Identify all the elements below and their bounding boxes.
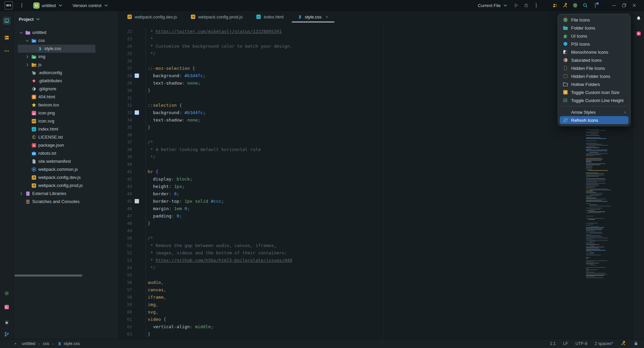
code-line-30[interactable]: 30} — [119, 87, 633, 94]
menu-item-arrow-styles[interactable]: Arrow Styles› — [560, 108, 629, 116]
tree-item-css[interactable]: css — [14, 37, 118, 45]
tree-item-webpack-config-dev-js[interactable]: JSwebpack.config.dev.js — [14, 173, 118, 182]
project-panel-header[interactable]: Project — [14, 15, 118, 23]
breadcrumb-style-css[interactable]: ɜstyle.css — [57, 341, 80, 346]
code-line-23[interactable]: 23 * — [119, 35, 633, 43]
code-line-53[interactable]: 53 * https://github.com/h5bp/html5-boile… — [119, 257, 633, 264]
code-line-37[interactable]: 37/* — [119, 139, 633, 146]
menu-item-toggle-custom-icon-size[interactable]: +Toggle Custom Icon Size — [560, 88, 629, 96]
code-line-29[interactable]: 29 text-shadow: none; — [119, 80, 633, 87]
code-line-31[interactable]: 31 — [119, 94, 633, 102]
menu-item-monochrome-icons[interactable]: Monochrome Icons — [560, 48, 629, 56]
code-line-43[interactable]: 43 height: 1px; — [119, 183, 633, 190]
color-swatch[interactable] — [135, 199, 139, 203]
minimize-button[interactable] — [610, 1, 618, 10]
toolstripe-git-branch-button[interactable] — [3, 330, 11, 338]
tree-item-gitattributes[interactable]: .gitattributes — [14, 77, 118, 85]
code-line-56[interactable]: 56audio, — [119, 279, 633, 286]
menu-item-hidden-folder-icons[interactable]: Hidden Folder Icons — [560, 72, 629, 80]
toolstripe-todo-lamp-button[interactable] — [3, 318, 11, 326]
chevron-down-icon[interactable] — [25, 38, 30, 43]
tab-webpack-config-prod-js[interactable]: JSwebpack.config.prod.js — [184, 11, 249, 22]
close-button[interactable] — [630, 1, 639, 10]
chevron-right-icon[interactable] — [25, 54, 30, 59]
code-line-54[interactable]: 54 */ — [119, 264, 633, 271]
debug-button[interactable] — [522, 1, 531, 10]
tree-item-webpack-config-prod-js[interactable]: JSwebpack.config.prod.js — [14, 182, 118, 190]
maximize-button[interactable] — [620, 1, 629, 10]
statusbar-inspections-widget[interactable] — [620, 341, 626, 347]
color-swatch[interactable] — [135, 73, 139, 78]
toolstripe-ai-assistant-button[interactable] — [635, 30, 643, 38]
code-line-45[interactable]: 45 border-top: 1px solid #ccc; — [119, 198, 633, 205]
tab-webpack-config-dev-js[interactable]: JSwebpack.config.dev.js — [120, 11, 184, 22]
tree-item-site-webmanifest[interactable]: site.webmanifest — [14, 157, 118, 165]
toolstripe-settings-gear-button[interactable] — [3, 289, 11, 297]
tab-style-css[interactable]: ɜstyle.css — [290, 11, 336, 22]
code-viewport[interactable]: 22 * https://twitter.com/miketaylr/statu… — [119, 22, 633, 339]
tree-item-gitignore[interactable]: .gitignore — [14, 85, 118, 93]
tree-item-icon-svg[interactable]: SVGicon.svg — [14, 117, 118, 125]
tree-item-404-html[interactable]: 5404.html — [14, 93, 118, 101]
code-with-me-button[interactable] — [551, 1, 559, 10]
menu-item-psi-icons[interactable]: PSI Icons — [560, 40, 629, 48]
tree-item-js[interactable]: JSjs — [14, 61, 118, 69]
code-line-59[interactable]: 59img, — [119, 301, 633, 308]
ide-settings-button[interactable] — [591, 1, 600, 10]
tree-item-favicon-ico[interactable]: favicon.ico — [14, 101, 118, 109]
tree-item-external-libraries[interactable]: External Libraries — [14, 190, 118, 198]
toolstripe-commit-toolwindow-button[interactable] — [3, 34, 11, 42]
code-line-22[interactable]: 22 * https://twitter.com/miketaylr/statu… — [119, 28, 633, 35]
code-line-50[interactable]: 50/* — [119, 235, 633, 242]
tree-item-untitled[interactable]: untitled — [14, 29, 118, 37]
code-line-27[interactable]: 27::-moz-selection { — [119, 65, 633, 72]
code-line-46[interactable]: 46 margin: 1em 0; — [119, 205, 633, 212]
menu-item-ui-icons[interactable]: UI Icons — [560, 32, 629, 40]
tools-button[interactable] — [561, 1, 569, 10]
statusbar-indent-style[interactable]: 2 spaces* — [595, 341, 613, 346]
breadcrumb-untitled[interactable]: untitled — [22, 341, 35, 346]
code-line-35[interactable]: 35} — [119, 124, 633, 131]
tree-item-img[interactable]: img — [14, 53, 118, 61]
code-line-25[interactable]: 25 */ — [119, 50, 633, 57]
statusbar-file-encoding[interactable]: UTF-8 — [576, 341, 587, 346]
code-line-38[interactable]: 38 * A better looking default horizontal… — [119, 146, 633, 153]
code-line-44[interactable]: 44 border: 0; — [119, 190, 633, 198]
tree-item-webpack-common-js[interactable]: webpack.common.js — [14, 165, 118, 173]
color-swatch[interactable] — [135, 110, 139, 115]
code-line-51[interactable]: 51 * Remove the gap between audio, canva… — [119, 242, 633, 249]
code-line-52[interactable]: 52 * images, videos and the bottom of th… — [119, 249, 633, 257]
code-line-58[interactable]: 58iframe, — [119, 294, 633, 301]
code-line-61[interactable]: 61video { — [119, 316, 633, 323]
atom-material-icons-button[interactable] — [571, 1, 580, 10]
code-line-48[interactable]: 48} — [119, 220, 633, 227]
code-line-28[interactable]: 28 background: #b3d4fc; — [119, 72, 633, 80]
code-line-55[interactable]: 55 — [119, 271, 633, 279]
code-line-42[interactable]: 42 display: block; — [119, 176, 633, 183]
search-everywhere-button[interactable] — [581, 1, 590, 10]
code-line-36[interactable]: 36 — [119, 131, 633, 139]
code-line-49[interactable]: 49 — [119, 227, 633, 235]
run-button[interactable] — [512, 1, 520, 10]
code-line-34[interactable]: 34 text-shadow: none; — [119, 116, 633, 124]
code-line-63[interactable]: 63} — [119, 331, 633, 338]
code-line-32[interactable]: 32::selection { — [119, 102, 633, 109]
menu-item-hidden-file-icons[interactable]: Hidden File Icons — [560, 64, 629, 72]
toolstripe-notifications-bell-button[interactable] — [635, 14, 643, 22]
run-configuration-widget[interactable]: Current File — [475, 2, 510, 9]
chevron-right-icon[interactable] — [25, 62, 30, 67]
menu-item-refresh-icons[interactable]: Refresh Icons — [560, 116, 629, 124]
tree-item-icon-png[interactable]: icon.png — [14, 109, 118, 117]
statusbar-readonly-toggle[interactable] — [633, 341, 639, 347]
menu-item-toggle-custom-line-height[interactable]: Toggle Custom Line Height — [560, 96, 629, 104]
chevron-right-icon[interactable] — [19, 191, 24, 196]
project-widget[interactable]: U untitled — [31, 1, 65, 10]
menu-item-file-icons[interactable]: File Icons — [560, 16, 629, 24]
code-line-33[interactable]: 33 background: #b3d4fc; — [119, 109, 633, 116]
main-menu-button[interactable] — [17, 1, 26, 10]
vcs-widget[interactable]: Version control — [70, 2, 111, 9]
more-run-actions-button[interactable] — [532, 1, 541, 10]
tab-index-html[interactable]: <>index.html — [249, 11, 290, 22]
code-line-41[interactable]: 41hr { — [119, 168, 633, 176]
code-line-40[interactable]: 40 — [119, 161, 633, 168]
